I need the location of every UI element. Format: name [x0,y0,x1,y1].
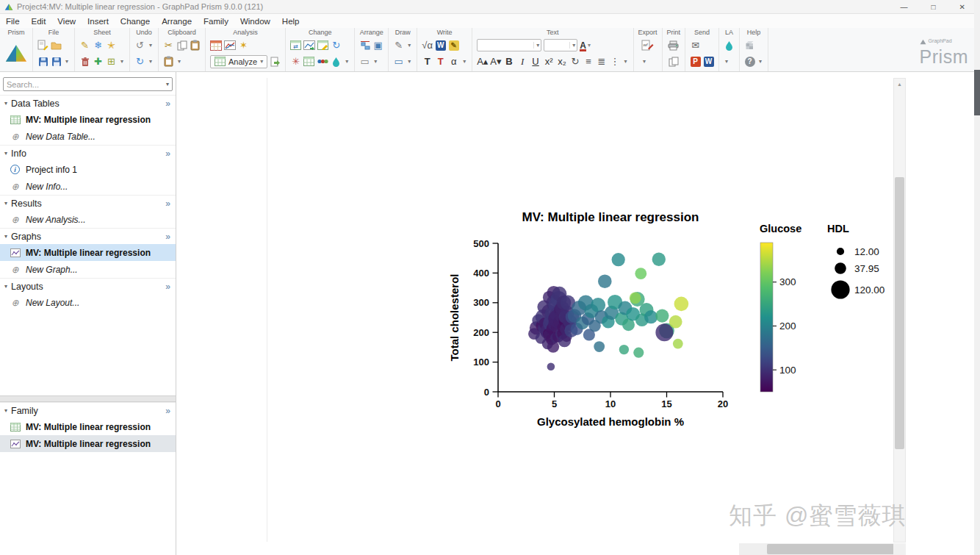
save-icon[interactable] [37,54,48,68]
wand-icon[interactable]: ✶ [238,38,249,52]
undo-menu-icon[interactable]: ▾ [148,38,154,52]
menu-change[interactable]: Change [115,15,156,27]
collapse-icon[interactable]: ▾ [4,407,7,414]
export-menu-icon[interactable]: ▾ [641,54,647,68]
menu-arrange[interactable]: Arrange [156,15,198,27]
freeze-sheet-icon[interactable]: ❄ [93,38,104,52]
menu-insert[interactable]: Insert [82,15,115,27]
redo-icon[interactable]: ↻ [134,54,145,68]
note-icon[interactable]: ✎ [448,38,459,52]
new-analysis-table-icon[interactable] [210,38,222,52]
text-tool-icon[interactable]: T [422,54,433,68]
data-point[interactable] [612,253,625,266]
sidebar-section-layouts[interactable]: ▾Layouts» [0,278,176,294]
redo-menu-icon[interactable]: ▾ [148,54,154,68]
xy-analysis-icon[interactable] [224,38,236,52]
edit-table-icon[interactable] [317,38,328,52]
sidebar-section-graphs[interactable]: ▾Graphs» [0,228,176,244]
sidebar-item[interactable]: ⊕New Data Table... [0,128,176,145]
clipboard-menu-icon[interactable]: ▾ [176,54,182,68]
align-text-button[interactable]: ≡ [583,54,594,68]
greek-icon[interactable]: α [448,54,459,68]
apply-analysis-icon[interactable] [270,54,281,68]
page-scroll-thumb[interactable] [974,70,980,115]
graph-svg[interactable]: 010020030040050005101520MV: Multiple lin… [439,206,909,448]
collapse-icon[interactable]: ▾ [4,233,7,240]
sidebar-item[interactable]: MV: Multiple linear regression [0,111,176,128]
change-graph-type-icon[interactable] [303,38,315,52]
horizontal-scrollbar[interactable] [739,543,906,555]
search-box[interactable]: ▾ [3,77,173,91]
sidebar-item[interactable]: MV: Multiple linear regression [0,244,176,261]
draw-tool-icon[interactable]: ✎ [393,38,404,52]
family-splitter[interactable] [0,395,176,402]
menu-view[interactable]: View [51,15,82,27]
data-point[interactable] [674,297,689,312]
vertical-scrollbar[interactable]: ▲ [893,78,906,543]
copy-icon[interactable] [176,38,187,52]
file-menu-icon[interactable]: ▾ [64,54,70,68]
send-back-icon[interactable]: ▭ [359,54,370,68]
save-as-icon[interactable] [51,54,62,68]
draw-menu-icon[interactable]: ▾ [406,38,412,52]
text-box-icon[interactable]: T [435,54,446,68]
help-menu-icon[interactable]: ▾ [757,54,763,68]
expand-icon[interactable]: » [165,148,170,159]
sidebar-section-data-tables[interactable]: ▾Data Tables» [0,95,176,111]
new-sheet-icon[interactable]: ✚ [93,54,104,68]
data-point[interactable] [655,309,669,323]
data-point[interactable] [655,323,673,341]
sidebar-item[interactable]: ⊕New Info... [0,178,176,195]
horizontal-scroll-thumb[interactable] [767,544,898,554]
word-icon[interactable]: W [703,54,714,68]
data-point[interactable] [652,253,666,266]
powerpoint-icon[interactable]: P [690,54,701,68]
group-objects-icon[interactable]: ▣ [372,38,383,52]
rename-sheet-icon[interactable]: ✎ [79,38,90,52]
paste-special-icon[interactable] [163,54,174,68]
data-point[interactable] [591,298,605,312]
expand-icon[interactable]: » [165,232,170,242]
paste-icon[interactable] [190,38,201,52]
prism-logo-icon[interactable] [4,46,28,60]
data-point[interactable] [673,339,683,349]
exclude-sheet-icon[interactable]: ⊞ [106,54,117,68]
text-menu-icon[interactable]: ▾ [623,54,629,68]
sidebar-item[interactable]: ⊕New Layout... [0,294,176,311]
collapse-icon[interactable]: ▾ [4,100,7,107]
italic-button[interactable]: I [517,54,528,68]
search-input[interactable] [7,80,164,89]
expand-icon[interactable]: » [165,282,170,292]
font-color-button[interactable]: A▾ [580,38,591,52]
sidebar-item[interactable]: iProject info 1 [0,161,176,178]
list-button[interactable]: ⋮ [610,54,621,68]
menu-file[interactable]: File [0,15,26,27]
change-menu-icon[interactable]: ▾ [344,54,350,68]
sidebar-section-results[interactable]: ▾Results» [0,195,176,211]
increase-font-button[interactable]: A▴ [477,54,488,68]
equation-icon[interactable]: √α [422,38,433,52]
copy-graph-icon[interactable] [668,54,679,68]
print-icon[interactable] [668,38,679,52]
arrange-menu-icon[interactable]: ▾ [372,54,378,68]
interpolate-icon[interactable]: ✳ [290,54,301,68]
maximize-button[interactable]: □ [932,3,936,11]
menu-family[interactable]: Family [198,15,234,27]
sidebar-item[interactable]: MV: Multiple linear regression [0,418,176,435]
subscript-button[interactable]: x₂ [557,54,568,68]
data-point[interactable] [633,348,644,358]
expand-icon[interactable]: » [165,99,170,109]
star-sheet-icon[interactable]: ✭ [106,38,117,52]
search-dropdown-icon[interactable]: ▾ [164,81,169,87]
sidebar-item[interactable]: ⊕New Graph... [0,261,176,278]
font-family-select[interactable]: ▾ [477,39,541,51]
open-file-icon[interactable] [51,38,62,52]
prism-academy-icon[interactable] [744,38,755,52]
data-point[interactable] [594,341,605,352]
expand-icon[interactable]: » [165,198,170,209]
menu-window[interactable]: Window [234,15,276,27]
export-icon[interactable]: wf [641,38,654,52]
collapse-icon[interactable]: ▾ [4,283,7,290]
data-point[interactable] [619,345,629,354]
help-icon[interactable]: ? [744,54,755,68]
